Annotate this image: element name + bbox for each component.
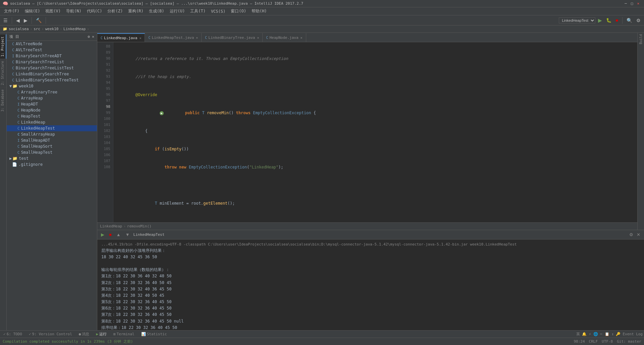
menu-view[interactable]: 视图(V): [43, 8, 63, 15]
tab-linkedheap[interactable]: C LinkedHeap.java ✕: [97, 33, 145, 42]
code-text: EmptyCollectionException: [253, 110, 311, 116]
tree-LinkedHeap[interactable]: C LinkedHeap: [7, 119, 97, 125]
tray-icons: 🔔 ⚡ 🌐 ✂ 📋 ↕ 🔑: [582, 332, 621, 336]
menu-analyze[interactable]: 分析(Z): [105, 8, 125, 15]
class-icon: C: [12, 66, 14, 70]
panel-up-btn[interactable]: ▲: [115, 232, 122, 237]
folder-icon: 📁: [12, 156, 17, 161]
toolbar-menu-btn[interactable]: ☰: [2, 17, 9, 24]
tree-BinarySearchTreeADT[interactable]: I BinarySearchTreeADT: [7, 53, 97, 59]
tree-test-folder[interactable]: ▶ 📁 test: [7, 155, 97, 161]
panel-settings-btn[interactable]: ⚙: [628, 232, 634, 237]
tab-heapnode[interactable]: C HeapNode.java ✕: [263, 33, 306, 42]
tree-LinkedHeapTest[interactable]: C LinkedHeapTest: [7, 125, 97, 131]
tab-close-btn[interactable]: ✕: [139, 36, 141, 40]
menu-window[interactable]: 窗口(O): [228, 8, 249, 15]
tool-messages[interactable]: ● 消息: [77, 331, 92, 337]
run-config-select[interactable]: LinkedHeapTest: [559, 17, 595, 23]
tab-linkedbinarytree[interactable]: C LinkedBinaryTree.java ✕: [202, 33, 263, 42]
editor-bc-removemin[interactable]: removeMin(): [127, 224, 152, 228]
tab-close-btn[interactable]: ✕: [257, 36, 259, 40]
toolbar-back-btn[interactable]: ◀: [15, 17, 21, 24]
tree-LinkedBinarySearchTreeTest[interactable]: C LinkedBinarySearchTreeTest: [7, 77, 97, 83]
tab-close-btn[interactable]: ✕: [301, 36, 303, 40]
tree-ArrayHeap[interactable]: C ArrayHeap: [7, 95, 97, 101]
panel-down-btn[interactable]: ▼: [124, 232, 131, 237]
tree-HeapNode[interactable]: C HeapNode: [7, 107, 97, 113]
tree-HeapTest[interactable]: C HeapTest: [7, 113, 97, 119]
toolbar-forward-btn[interactable]: ▶: [22, 17, 29, 24]
tree-SmallArrayHeap[interactable]: C SmallArrayHeap: [7, 131, 97, 137]
right-tab-build[interactable]: Build: [638, 33, 643, 46]
tool-todo[interactable]: ✓ 6: TODO: [1, 332, 24, 337]
interface-icon: I: [17, 102, 20, 107]
code-editor[interactable]: 88 89 90 91 92 93 94 95 96 97 ●: [97, 42, 637, 222]
menu-run[interactable]: 运行(U): [167, 8, 188, 15]
tree-week10-folder[interactable]: ▼ 📁 week10: [7, 83, 97, 89]
tree-gitignore[interactable]: 📄 .gitignore: [7, 161, 97, 167]
menu-edit[interactable]: 编辑(E): [22, 8, 43, 15]
toolbar-search-btn[interactable]: 🔍: [625, 17, 634, 24]
menu-code[interactable]: 代码(C): [84, 8, 105, 15]
tool-run[interactable]: ▶ 运行: [94, 331, 109, 337]
menu-help[interactable]: 帮助(H): [249, 8, 270, 15]
tool-statistic-label: Statistic: [147, 332, 167, 336]
menu-tools[interactable]: 工具(T): [187, 8, 208, 15]
tree-ArrayBinaryTree[interactable]: C ArrayBinaryTree: [7, 89, 97, 95]
menu-refactor[interactable]: 重构(R): [125, 8, 146, 15]
tree-BinarySearchTreeListTest[interactable]: C BinarySearchTreeListTest: [7, 65, 97, 71]
run-output[interactable]: ...45/4.19/bin -Dfile.encoding=UTF-8 -cl…: [97, 239, 644, 330]
git-branch[interactable]: Git: master: [617, 339, 641, 344]
bc-src[interactable]: src: [34, 27, 40, 31]
tab-database[interactable]: 3: Database: [0, 87, 6, 114]
editor-bc-sep: ›: [123, 224, 126, 228]
run-gutter-icon[interactable]: ▶: [160, 111, 164, 115]
menu-file[interactable]: 文件(F): [1, 8, 22, 15]
minimize-btn[interactable]: ─: [623, 1, 629, 6]
tab-close-btn[interactable]: ✕: [196, 36, 198, 40]
tree-AVLTreeTest[interactable]: C AVLTreeTest: [7, 47, 97, 53]
stop-btn[interactable]: ■: [614, 17, 620, 23]
tree-BinarySearchTreeList[interactable]: C BinarySearchTreeList: [7, 59, 97, 65]
panel-close-btn[interactable]: ✕: [636, 232, 641, 237]
run-again-btn[interactable]: ▶: [100, 232, 105, 237]
sidebar-controls[interactable]: ⚙ ✕: [88, 34, 94, 39]
line-num-105: 105: [99, 146, 110, 152]
editor-bc-linkedheap[interactable]: LinkedHeap: [100, 224, 122, 228]
class-icon: C: [12, 48, 14, 52]
bc-week10[interactable]: week10: [45, 27, 59, 31]
tab-linkedheaptest[interactable]: C LinkedHeapTest.java ✕: [145, 33, 202, 42]
tool-statistic[interactable]: 📊 Statistic: [139, 332, 169, 337]
maximize-btn[interactable]: □: [629, 1, 635, 6]
tool-terminal[interactable]: ⊞ Terminal: [111, 332, 137, 337]
code-text: (): [229, 110, 236, 116]
sidebar-title: 项 目: [9, 34, 19, 39]
menu-vcs[interactable]: VCS(S): [208, 8, 228, 14]
toolbar-settings-btn[interactable]: ⚙: [635, 17, 642, 24]
line-ending[interactable]: CRLF: [589, 339, 598, 344]
tree-HeapADT[interactable]: I HeapADT: [7, 101, 97, 107]
tree-SmallHeapSort[interactable]: C SmallHeapSort: [7, 143, 97, 149]
encoding[interactable]: UTF-8: [602, 339, 613, 344]
tree-AVLTreeNode[interactable]: C AVLTreeNode: [7, 41, 97, 47]
tab-project[interactable]: 1: Project: [0, 34, 6, 59]
bc-project[interactable]: socialsea: [9, 27, 29, 31]
tree-SmallHeapADT[interactable]: I SmallHeapADT: [7, 137, 97, 143]
run-btn[interactable]: ▶: [597, 17, 603, 24]
menu-generate[interactable]: 生成(B): [146, 8, 167, 15]
tree-SmallHeapTest[interactable]: C SmallHeapTest: [7, 149, 97, 155]
toolbar-build-btn[interactable]: 🔨: [35, 17, 43, 24]
event-log[interactable]: Event Log: [623, 332, 643, 336]
tree-LinkedBinarySearchTree[interactable]: C LinkedBinarySearchTree: [7, 71, 97, 77]
output-line-6: 第2次：18 22 30 32 36 40 50 45: [101, 280, 640, 286]
tab-structure[interactable]: 2: Structure: [0, 59, 6, 87]
bc-linkedheap[interactable]: LinkedHeap: [63, 27, 86, 31]
debug-btn[interactable]: 🐛: [605, 17, 613, 23]
menu-nav[interactable]: 导航(N): [63, 8, 84, 15]
tool-vcs[interactable]: ✓ 9: Version Control: [27, 332, 74, 337]
cursor-position[interactable]: 98:24: [574, 339, 585, 344]
stop-run-btn[interactable]: ■: [108, 232, 113, 237]
close-btn[interactable]: ✕: [635, 1, 641, 6]
line-num-107: 107: [99, 158, 110, 164]
code-content[interactable]: //returns a reference to it. Throws an E…: [113, 42, 637, 222]
